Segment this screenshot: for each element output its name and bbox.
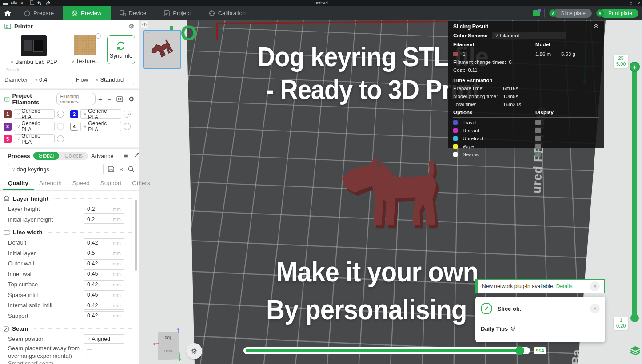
filament-edit-icon[interactable]: ···: [124, 111, 131, 118]
filament-select[interactable]: ∨Generic PLA: [14, 134, 55, 143]
filament-select[interactable]: ∨Generic PLA: [80, 109, 121, 119]
filament-color-swatch[interactable]: 2: [70, 110, 78, 118]
tab-quality[interactable]: Quality: [3, 178, 34, 190]
tab-prepare[interactable]: Prepare: [15, 6, 63, 20]
plate-thumbnail[interactable]: 1: [143, 30, 181, 69]
scrollbar[interactable]: [135, 200, 137, 271]
flow-select[interactable]: ∨ Standard: [92, 75, 134, 84]
support-line-width-input[interactable]: 0.42mm: [84, 311, 124, 320]
tab-strength[interactable]: Strength: [34, 178, 67, 190]
travel-display-checkbox[interactable]: [535, 120, 541, 125]
color-scheme-label: Color Scheme: [453, 33, 487, 38]
top-surface-line-width-input[interactable]: 0.42mm: [84, 280, 124, 289]
sync-info-button[interactable]: Sync info: [107, 35, 135, 64]
seam-overhang-checkbox[interactable]: [87, 349, 92, 355]
maximize-button[interactable]: □: [630, 1, 632, 6]
layer-slider-top-handle[interactable]: +: [630, 62, 640, 72]
plate-type-name[interactable]: Texture...: [76, 58, 100, 64]
close-icon[interactable]: ×: [590, 281, 600, 291]
list-view-icon[interactable]: ≣: [123, 152, 128, 159]
tab-others[interactable]: Others: [127, 178, 156, 190]
clear-icon[interactable]: ×: [119, 166, 123, 173]
remove-filament-button[interactable]: −: [108, 95, 112, 103]
layer-slider-bottom-handle[interactable]: [630, 314, 639, 322]
flushing-volumes-button[interactable]: Flushing volumes: [56, 93, 96, 105]
chevron-down-icon: ∨: [495, 33, 498, 38]
filament-edit-icon[interactable]: ···: [124, 123, 131, 130]
param-row: Smart scarf seam: [0, 360, 139, 364]
seams-display-checkbox[interactable]: ✓: [535, 152, 541, 157]
default-line-width-input[interactable]: 0.42mm: [84, 238, 124, 247]
add-filament-button[interactable]: +: [98, 95, 102, 103]
filament-settings-gear-icon[interactable]: ⚙: [128, 95, 134, 103]
preset-select[interactable]: ∨ dog keyrings: [8, 164, 104, 174]
tab-device[interactable]: Device: [111, 6, 156, 20]
slice-dropdown-icon[interactable]: ∨: [549, 9, 557, 17]
filament-select[interactable]: ∨Generic PLA: [14, 109, 55, 119]
home-button[interactable]: [0, 6, 15, 20]
dog-keyring-model[interactable]: [339, 154, 450, 229]
printer-image: [21, 35, 47, 56]
wipe-display-checkbox[interactable]: [535, 144, 541, 149]
segment-objects[interactable]: Objects: [59, 152, 88, 160]
layer-slider-track[interactable]: [632, 67, 637, 320]
section-line-width: Line width: [0, 225, 139, 237]
print-plate-button[interactable]: ∨ Print plate: [596, 9, 638, 18]
move-slider-track[interactable]: [243, 347, 530, 354]
slice-plate-button[interactable]: ∨ Slice plate: [549, 9, 592, 18]
viewport-3d[interactable]: ured PEI Plate Ba Dog keyring STL file -…: [139, 20, 642, 364]
print-dropdown-icon[interactable]: ∨: [596, 9, 604, 17]
layer-height-input[interactable]: 0.2mm: [84, 205, 124, 214]
save-preset-icon[interactable]: [108, 166, 114, 172]
unretract-display-checkbox[interactable]: [535, 136, 541, 141]
collapse-panel-icon[interactable]: [594, 24, 599, 29]
thumbnail-panel-toggle[interactable]: ◁▷: [141, 21, 148, 28]
filament-color-swatch[interactable]: 1: [4, 110, 12, 118]
daily-tips-button[interactable]: Daily Tips: [481, 325, 600, 332]
segment-global[interactable]: Global: [33, 152, 60, 160]
tab-calibration[interactable]: Calibration: [200, 6, 255, 20]
chevron-down-icon: ∨: [17, 136, 20, 141]
filament-edit-icon[interactable]: ···: [57, 111, 64, 118]
filament-color-swatch[interactable]: 3: [4, 123, 12, 131]
internal-solid-infill-line-width-input[interactable]: 0.42mm: [84, 301, 124, 310]
plate-type-card[interactable]: i ∨Texture...: [68, 35, 104, 64]
filament-color-swatch[interactable]: 4: [70, 123, 78, 131]
layers-icon[interactable]: [630, 346, 640, 355]
move-slider-handle[interactable]: [515, 346, 524, 355]
tab-preview[interactable]: Preview: [63, 6, 110, 20]
tab-support[interactable]: Support: [95, 178, 127, 190]
close-icon[interactable]: ×: [590, 304, 600, 313]
printer-settings-gear-icon[interactable]: ⚙: [128, 23, 134, 30]
reset-wand-icon[interactable]: [134, 152, 140, 158]
close-button[interactable]: ×: [638, 1, 640, 6]
orientation-widget[interactable]: Top Back: [152, 328, 183, 364]
ams-icon[interactable]: [116, 96, 123, 102]
info-icon[interactable]: i: [96, 33, 101, 39]
gcode-options-button[interactable]: ⚙: [186, 343, 202, 359]
filament-edit-icon[interactable]: ···: [57, 123, 64, 130]
tab-project[interactable]: Project: [155, 6, 199, 20]
filament-select[interactable]: ∨Generic PLA: [80, 122, 121, 131]
printer-model-name[interactable]: Bambu Lab P1P: [15, 59, 57, 65]
minimize-button[interactable]: –: [622, 1, 625, 6]
outer-wall-line-width-input[interactable]: 0.42mm: [84, 259, 124, 268]
retract-display-checkbox[interactable]: [535, 128, 541, 133]
diameter-select[interactable]: ∨ 0.4: [31, 75, 73, 84]
plugin-details-link[interactable]: Details: [556, 283, 573, 289]
printer-status-icon[interactable]: [533, 10, 540, 16]
filament-color-swatch[interactable]: 5: [4, 135, 12, 143]
initial-layer-height-input[interactable]: 0.2mm: [84, 215, 124, 224]
filament-edit-icon[interactable]: ···: [57, 135, 64, 142]
printer-model-card[interactable]: ∨Bambu Lab P1P: [4, 35, 64, 65]
search-icon[interactable]: [128, 166, 134, 172]
color-scheme-select[interactable]: ∨ Filament: [492, 32, 566, 39]
seam-position-select[interactable]: ∨Aligned: [84, 334, 124, 344]
filament-select[interactable]: ∨Generic PLA: [14, 122, 55, 131]
inner-wall-line-width-input[interactable]: 0.45mm: [84, 269, 124, 278]
initial-layer-line-width-input[interactable]: 0.5mm: [84, 249, 124, 257]
tab-speed[interactable]: Speed: [67, 178, 95, 190]
global-objects-toggle[interactable]: Global Objects: [33, 152, 88, 160]
sparse-infill-line-width-input[interactable]: 0.45mm: [84, 290, 124, 299]
chevron-down-icon: ∨: [84, 111, 87, 116]
